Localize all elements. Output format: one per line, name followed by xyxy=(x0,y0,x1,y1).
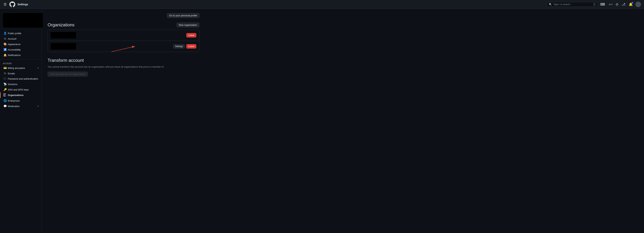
profile-btn-row: Go to your personal profile xyxy=(48,13,200,18)
issues-button[interactable]: ⊙ xyxy=(615,2,619,7)
org-2-leave-button[interactable]: Leave xyxy=(186,44,196,49)
sidebar-label-ssh: SSH and GPG keys xyxy=(8,88,39,91)
org-2-settings-button[interactable]: Settings xyxy=(173,44,185,49)
comment-icon: 💬 xyxy=(4,105,6,108)
person-icon: 👤 xyxy=(4,32,6,35)
top-navigation: ☰ Settings 🔍 Type / to search / ⌨ ＋ ▾ ⊙ … xyxy=(0,0,644,9)
sidebar-item-enterprises[interactable]: 🌐 Enterprises xyxy=(0,98,42,103)
org-2-actions: Settings Leave xyxy=(173,44,196,49)
sidebar-item-account[interactable]: ⚙ Account xyxy=(0,36,42,42)
organizations-section-header: Organizations New organization xyxy=(48,22,200,28)
sidebar-item-public-profile[interactable]: 👤 Public profile xyxy=(0,31,42,36)
sidebar-label-sessions: Sessions xyxy=(8,83,39,86)
org-1-leave-button[interactable]: Leave xyxy=(186,33,196,38)
sidebar-item-appearance[interactable]: 🎨 Appearance xyxy=(0,42,42,47)
search-bar[interactable]: 🔍 Type / to search / xyxy=(547,2,598,7)
search-placeholder-text: Type / to search xyxy=(554,3,592,6)
sidebar-label-notifications: Notifications xyxy=(8,54,39,57)
notifications-button[interactable]: 🔔 xyxy=(628,2,634,7)
sidebar: 👤 Public profile ⚙ Account 🎨 Appearance … xyxy=(0,9,42,233)
broadcast-icon: 📡 xyxy=(4,83,6,86)
org-icon xyxy=(4,93,6,97)
chevron-billing-icon: ▾ xyxy=(38,67,39,69)
sidebar-avatar-section xyxy=(0,12,42,31)
avatar[interactable] xyxy=(635,2,641,7)
main-content: Go to your personal profile Organization… xyxy=(42,9,205,233)
transform-account-button: Turn vg-svitla into an organization xyxy=(48,72,88,77)
org-item-2: Settings Leave xyxy=(48,41,199,52)
annotation-arrow xyxy=(102,43,138,52)
org-list: Leave Settings Leave xyxy=(48,30,200,52)
terminal-button[interactable]: ⌨ xyxy=(600,2,606,7)
new-item-button[interactable]: ＋ ▾ xyxy=(608,2,613,7)
hamburger-menu-button[interactable]: ☰ xyxy=(3,2,7,7)
chevron-moderation-icon: ▾ xyxy=(38,105,39,107)
sidebar-label-enterprises: Enterprises xyxy=(8,99,39,102)
globe-icon: 🌐 xyxy=(4,99,6,102)
organizations-title: Organizations xyxy=(48,22,74,28)
paintbrush-icon: 🎨 xyxy=(4,43,6,46)
page-layout: 👤 Public profile ⚙ Account 🎨 Appearance … xyxy=(0,9,644,233)
sidebar-item-accessibility[interactable]: ♿ Accessibility xyxy=(0,47,42,52)
search-kbd-hint: / xyxy=(593,3,596,6)
github-logo xyxy=(10,2,15,7)
sidebar-label-organizations: Organizations xyxy=(8,94,39,97)
sidebar-item-emails[interactable]: ✉ Emails xyxy=(0,71,42,76)
sidebar-label-accessibility: Accessibility xyxy=(8,48,39,51)
mail-icon: ✉ xyxy=(4,72,6,75)
bell-nav-icon: 🔔 xyxy=(4,54,6,57)
transform-description: You cannot transform this account into a… xyxy=(48,65,200,69)
transform-account-section: Transform account You cannot transform t… xyxy=(48,58,200,77)
personal-profile-button[interactable]: Go to your personal profile xyxy=(167,13,200,18)
sidebar-avatar-image xyxy=(3,13,43,28)
org-1-actions: Leave xyxy=(186,33,196,38)
svg-line-1 xyxy=(111,46,135,52)
sidebar-access-label: Access xyxy=(0,61,42,65)
new-organization-button[interactable]: New organization xyxy=(176,23,200,28)
sidebar-label-password: Password and authentication xyxy=(8,77,39,80)
shield-icon: 🛡 xyxy=(4,77,6,80)
org-avatar-1 xyxy=(51,32,76,39)
sidebar-item-moderation[interactable]: 💬 Moderation ▾ xyxy=(0,103,42,109)
chevron-down-icon: ▾ xyxy=(612,3,612,5)
sidebar-label-account: Account xyxy=(8,38,39,40)
transform-title: Transform account xyxy=(48,58,200,63)
sidebar-item-ssh[interactable]: 🔑 SSH and GPG keys xyxy=(0,87,42,92)
gear-icon: ⚙ xyxy=(4,37,6,40)
sidebar-item-sessions[interactable]: 📡 Sessions xyxy=(0,81,42,87)
pullrequest-icon: ⎇ xyxy=(622,2,626,6)
hamburger-icon: ☰ xyxy=(4,2,6,6)
notification-badge xyxy=(632,2,633,4)
sidebar-label-public-profile: Public profile xyxy=(8,32,39,35)
sidebar-item-notifications[interactable]: 🔔 Notifications xyxy=(0,52,42,58)
pull-requests-button[interactable]: ⎇ xyxy=(621,2,626,7)
sidebar-label-billing: Billing and plans xyxy=(8,67,36,69)
org-item-1: Leave xyxy=(48,30,199,41)
sidebar-label-appearance: Appearance xyxy=(8,43,39,46)
page-title: Settings xyxy=(18,3,28,6)
sidebar-label-emails: Emails xyxy=(8,72,39,75)
sidebar-item-billing[interactable]: 💳 Billing and plans ▾ xyxy=(0,65,42,71)
org-avatar-2 xyxy=(51,43,76,50)
key-icon: 🔑 xyxy=(4,88,6,91)
sidebar-label-moderation: Moderation xyxy=(8,105,36,108)
accessibility-icon: ♿ xyxy=(4,48,6,51)
issue-icon: ⊙ xyxy=(616,2,618,6)
search-icon: 🔍 xyxy=(549,3,552,6)
terminal-icon: ⌨ xyxy=(600,2,605,6)
card-icon: 💳 xyxy=(4,66,6,70)
sidebar-item-password[interactable]: 🛡 Password and authentication xyxy=(0,76,42,81)
sidebar-item-organizations[interactable]: Organizations xyxy=(0,92,42,98)
plus-icon: ＋ xyxy=(608,2,612,7)
